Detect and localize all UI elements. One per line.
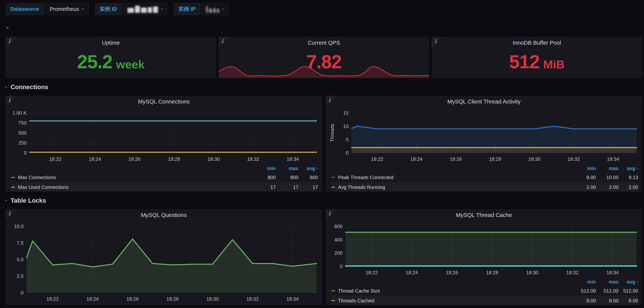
legend-min-value: 8.00 <box>570 296 596 305</box>
svg-text:18:24: 18:24 <box>406 270 418 276</box>
grafana-dashboard: Datasource Prometheus › 实例 ID › 实例 IP <box>0 0 644 305</box>
legend-max-value: 512.00 <box>596 286 618 296</box>
info-icon[interactable]: i <box>8 210 10 217</box>
datasource-value: Prometheus <box>50 6 79 12</box>
legend-sort-max[interactable]: max <box>596 164 618 172</box>
var-group-datasource: Datasource Prometheus › <box>6 3 88 15</box>
legend-sort-min[interactable]: min <box>250 164 276 172</box>
chart-legend: minmaxavg ›Peak Threads Connected9.0010.… <box>326 164 642 192</box>
legend-series-label[interactable]: Thread Cache Size <box>331 286 570 296</box>
legend-max-value: 8.00 <box>596 296 618 305</box>
info-icon[interactable]: i <box>328 97 330 103</box>
instance-ip-value-redacted <box>206 5 219 13</box>
svg-text:18:24: 18:24 <box>89 156 101 162</box>
time-series-chart[interactable]: 02505007501.00 K18:2218:2418:2618:2818:3… <box>6 107 322 164</box>
panel-title[interactable]: MySQL Connections <box>6 96 322 107</box>
panel-title[interactable]: MySQL Client Thread Activity <box>326 96 642 107</box>
panel-title[interactable]: Current QPS <box>219 37 429 48</box>
legend-min-value: 17 <box>250 182 276 192</box>
legend-sort-avg[interactable]: avg › <box>618 278 638 286</box>
panel-info-corner[interactable] <box>6 210 16 220</box>
qps-stat-value: 7.82 <box>219 48 429 78</box>
panel-info-corner[interactable] <box>219 37 230 48</box>
legend-series-label[interactable]: Avg Threads Running <box>331 182 570 192</box>
panel-title[interactable]: Uptime <box>6 37 216 48</box>
info-icon[interactable]: i <box>434 38 436 44</box>
section-header-connections[interactable]: › Connections <box>6 83 642 91</box>
series-color-marker <box>11 177 15 178</box>
svg-text:18:22: 18:22 <box>366 270 378 276</box>
series-color-marker <box>331 177 335 178</box>
svg-text:18:28: 18:28 <box>489 156 501 162</box>
legend-avg-value: 512.00 <box>618 286 638 296</box>
panel-uptime: i Uptime 25.2 week <box>6 37 216 78</box>
svg-text:200: 200 <box>334 250 342 256</box>
legend-table: minmaxavg ›Peak Threads Connected9.0010.… <box>331 164 638 192</box>
chevron-down-icon: › <box>315 168 319 169</box>
panel-title[interactable]: MySQL Thread Cache <box>326 210 642 221</box>
chevron-down-icon: › <box>81 8 86 10</box>
stat-number: 25.2 <box>77 52 112 71</box>
instance-id-label: 实例 ID <box>95 3 122 15</box>
section-header-table-locks[interactable]: › Table Locks <box>6 196 642 205</box>
svg-text:Threads: Threads <box>329 124 335 142</box>
chart-legend: minmaxavg ›Thread Cache Size512.00512.00… <box>326 278 642 305</box>
instance-id-select[interactable]: › <box>123 3 168 15</box>
stat-unit: week <box>116 58 144 70</box>
info-icon[interactable]: i <box>8 97 10 103</box>
panel-title[interactable]: MySQL Questions <box>6 210 322 221</box>
svg-text:18:34: 18:34 <box>286 296 298 302</box>
time-series-chart[interactable]: 020040060018:2218:2418:2618:2818:3018:32… <box>326 221 642 278</box>
panel-info-corner[interactable] <box>6 96 16 106</box>
buffer-pool-stat-value: 512 MiB <box>432 48 642 78</box>
svg-text:18:26: 18:26 <box>450 156 462 162</box>
datasource-select[interactable]: Prometheus › <box>46 3 88 15</box>
legend-series-label[interactable]: Max Used Connections <box>11 182 250 192</box>
legend-series-label[interactable]: Max Connections <box>11 172 250 182</box>
row-collapse-toggle[interactable]: › <box>7 25 642 30</box>
info-icon[interactable]: i <box>221 38 224 44</box>
panel-info-corner[interactable] <box>432 37 442 48</box>
svg-text:18:30: 18:30 <box>526 270 538 276</box>
legend-sort-avg[interactable]: avg › <box>298 164 318 172</box>
stat-unit: MiB <box>543 58 565 70</box>
svg-text:7.5: 7.5 <box>17 240 24 246</box>
panel-info-corner[interactable] <box>326 210 336 220</box>
legend-avg-value: 2.00 <box>618 182 638 192</box>
legend-sort-max[interactable]: max <box>596 278 618 286</box>
legend-series-label[interactable]: Threads Cached <box>331 296 570 305</box>
info-icon[interactable]: i <box>8 38 10 44</box>
uptime-stat-value: 25.2 week <box>6 48 216 78</box>
legend-table: minmaxavg ›Max Connections800800800Max U… <box>11 164 318 192</box>
legend-avg-value: 17 <box>298 182 318 192</box>
panel-mysql-connections: i MySQL Connections 02505007501.00 K18:2… <box>6 96 322 192</box>
panel-title[interactable]: InnoDB Buffer Pool <box>432 37 642 48</box>
panel-info-corner[interactable] <box>326 96 336 106</box>
chevron-down-icon: › <box>4 200 9 201</box>
svg-text:18:34: 18:34 <box>607 156 619 162</box>
svg-text:5: 5 <box>346 137 348 142</box>
legend-avg-value: 800 <box>298 172 318 182</box>
svg-text:18:22: 18:22 <box>46 296 59 302</box>
legend-series-label[interactable]: Peak Threads Connected <box>331 172 570 182</box>
legend-sort-min[interactable]: min <box>570 278 596 286</box>
svg-text:18:28: 18:28 <box>486 270 498 276</box>
time-series-chart[interactable]: 05101518:2218:2418:2618:2818:3018:3218:3… <box>326 107 642 164</box>
svg-text:15: 15 <box>343 111 348 116</box>
svg-text:18:26: 18:26 <box>126 296 139 302</box>
var-group-instance-id: 实例 ID › <box>95 3 168 15</box>
instance-ip-select[interactable]: › <box>202 3 229 15</box>
legend-sort-min[interactable]: min <box>570 164 596 172</box>
time-series-chart[interactable]: 02.55.07.510.018:2218:2418:2618:2818:301… <box>6 221 322 304</box>
legend-max-value: 10.00 <box>596 172 618 182</box>
series-color-marker <box>11 187 15 188</box>
svg-text:5.0: 5.0 <box>17 257 24 262</box>
legend-sort-avg[interactable]: avg › <box>618 164 638 172</box>
info-icon[interactable]: i <box>328 210 330 217</box>
chevron-down-icon: › <box>221 8 226 10</box>
legend-header-spacer <box>331 278 570 286</box>
svg-text:10: 10 <box>343 124 348 129</box>
legend-sort-max[interactable]: max <box>276 164 298 172</box>
svg-text:18:28: 18:28 <box>166 296 179 302</box>
panel-info-corner[interactable] <box>6 37 16 48</box>
